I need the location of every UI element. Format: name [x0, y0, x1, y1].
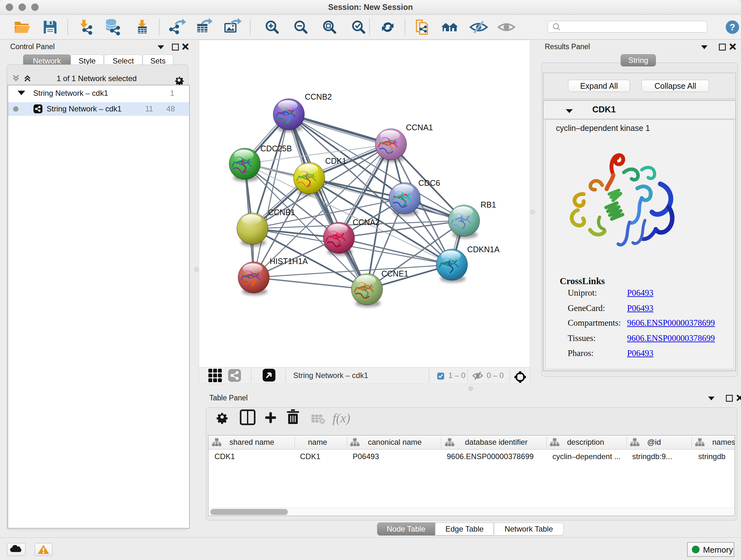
svg-text:HIST1H1A: HIST1H1A — [270, 257, 308, 266]
svg-text:?: ? — [730, 22, 735, 32]
svg-text:CCNE1: CCNE1 — [381, 269, 408, 278]
svg-text:CCNA1: CCNA1 — [406, 123, 433, 132]
svg-text:RB1: RB1 — [481, 200, 496, 209]
svg-text:CDKN1A: CDKN1A — [467, 245, 500, 254]
svg-text:CDC6: CDC6 — [418, 179, 440, 187]
svg-text:CDK1: CDK1 — [325, 157, 347, 165]
svg-text:f(x): f(x) — [333, 411, 350, 425]
svg-text:CCNB1: CCNB1 — [268, 208, 295, 217]
svg-text:CCNB2: CCNB2 — [305, 92, 332, 101]
svg-text:CDC25B: CDC25B — [260, 144, 292, 153]
svg-text:CCNA2: CCNA2 — [353, 218, 380, 227]
